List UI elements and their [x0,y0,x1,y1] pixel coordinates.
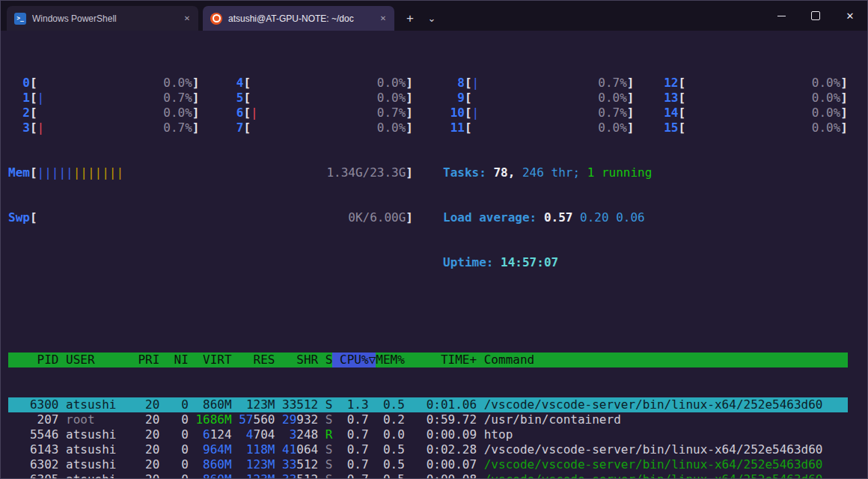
uptime-value: 14:57:07 [501,255,558,269]
cpu-meter-15: 15[0.0%] [657,120,849,135]
cpu-meter-8: 8[|0.7%] [443,76,635,91]
mem-value: 1.34G/23.3G [326,165,406,180]
tab-dropdown-chevron-icon[interactable]: ⌄ [421,6,442,31]
meter-close-bracket: ] [406,210,413,225]
meter-open-bracket: [ [30,165,37,180]
load-1min: 0.57 [544,210,573,225]
meters-right-half: 8[|0.7%]12[0.0%]9[0.0%]13[0.0%]10[|0.7%]… [443,46,848,300]
load-5min: 0.20 [580,210,609,225]
col-mem[interactable]: MEM% [376,353,405,367]
window-controls: ✕ [764,1,867,31]
load-15min: 0.06 [616,210,645,225]
mem-label: Mem [8,165,30,180]
col-res[interactable]: RES [232,353,275,367]
tab-title-wsl: atsushi@AT-GPU-NOTE: ~/doc [228,13,376,24]
swap-label: Swp [8,210,30,225]
load-label: Load average: [443,210,537,225]
col-shr[interactable]: SHR [275,353,318,367]
cpu-meter-5: 5[0.0%] [222,91,414,106]
close-button[interactable]: ✕ [833,1,867,31]
cpu-grid-right: 8[|0.7%]12[0.0%]9[0.0%]13[0.0%]10[|0.7%]… [443,76,848,135]
meter-open-bracket: [ [30,210,37,225]
col-pri[interactable]: PRI [131,353,160,367]
col-ni[interactable]: NI [159,353,189,367]
tab-close-icon[interactable]: ✕ [180,14,194,22]
swap-meter: Swp[0K/6.00G] [8,210,413,225]
tab-powershell[interactable]: >_ Windows PowerShell ✕ [7,6,198,31]
cpu-meter-12: 12[0.0%] [657,76,849,91]
process-row-207[interactable]: 207root2001686M5756029932S0.70.20:59.72/… [8,412,848,427]
process-row-6143[interactable]: 6143atsushi200964M118M41064S0.70.50:02.2… [8,442,848,457]
titlebar[interactable]: >_ Windows PowerShell ✕ atsushi@AT-GPU-N… [1,1,867,31]
process-table: PID USER PRI NI VIRT RES SHR S CPU% ▽ ME… [8,323,848,478]
new-tab-button[interactable]: + [399,6,421,31]
cpu-meter-3: 3[|0.7%] [8,120,200,135]
meters-left-half: 0[0.0%]4[0.0%]1[|0.7%]5[0.0%]2[0.0%]6[|0… [8,46,413,300]
uptime: Uptime: 14:57:07 [443,255,848,270]
load-average: Load average: 0.57 0.20 0.06 [443,210,848,225]
maximize-button[interactable] [798,1,833,31]
col-command[interactable]: Command [477,353,848,367]
mem-ticks: |||||||||||| [37,165,124,180]
cpu-meter-2: 2[0.0%] [8,106,200,120]
terminal-window: >_ Windows PowerShell ✕ atsushi@AT-GPU-N… [0,0,868,479]
minimize-icon [777,16,786,16]
tasks-label: Tasks: [443,165,486,180]
powershell-icon: >_ [14,13,26,25]
process-list: 6300atsushi200860M123M33512S1.30.50:01.0… [8,397,848,478]
cpu-meter-13: 13[0.0%] [657,91,849,106]
cpu-meter-14: 14[0.0%] [657,106,849,120]
col-virt[interactable]: VIRT [189,353,232,367]
cpu-meter-11: 11[0.0%] [443,120,635,135]
process-row-6302[interactable]: 6302atsushi200860M123M33512S0.70.50:00.0… [8,457,848,472]
sort-arrow-icon: ▽ [369,353,376,367]
maximize-icon [811,11,820,20]
cpu-meter-0: 0[0.0%] [8,76,200,91]
tasks-threads: 246 thr; [522,165,580,180]
minimize-button[interactable] [764,1,798,31]
meter-close-bracket: ] [406,165,413,180]
cpu-meter-9: 9[0.0%] [443,91,635,106]
cpu-meter-10: 10[|0.7%] [443,106,635,120]
process-table-header[interactable]: PID USER PRI NI VIRT RES SHR S CPU% ▽ ME… [8,353,848,367]
process-row-5546[interactable]: 5546atsushi200612447043248R0.70.00:00.09… [8,427,848,442]
tasks-summary: Tasks: 78, 246 thr; 1 running [443,165,848,180]
tasks-count: 78, [493,165,515,180]
col-time[interactable]: TIME+ [405,353,477,367]
process-row-6300[interactable]: 6300atsushi200860M123M33512S1.30.50:01.0… [8,397,848,412]
cpu-meter-1: 1[|0.7%] [8,91,200,106]
col-state[interactable]: S [318,353,332,367]
col-user[interactable]: USER [58,353,130,367]
tasks-running: 1 running [587,165,652,180]
col-pid[interactable]: PID [8,353,58,367]
cpu-grid-left: 0[0.0%]4[0.0%]1[|0.7%]5[0.0%]2[0.0%]6[|0… [8,76,413,135]
powershell-icon-glyph: >_ [16,15,24,22]
mem-meter: Mem[||||||||||||1.34G/23.3G] [8,165,413,180]
uptime-label: Uptime: [443,255,493,269]
cpu-meter-7: 7[0.0%] [222,120,414,135]
cpu-meter-6: 6[|0.7%] [222,106,414,120]
tab-close-icon[interactable]: ✕ [376,14,390,22]
tab-title-powershell: Windows PowerShell [32,13,180,24]
tab-wsl-active[interactable]: atsushi@AT-GPU-NOTE: ~/doc ✕ [203,6,394,31]
swap-value: 0K/6.00G [348,210,406,225]
ubuntu-icon [210,13,222,25]
htop-meters: 0[0.0%]4[0.0%]1[|0.7%]5[0.0%]2[0.0%]6[|0… [8,46,848,300]
htop-terminal: 0[0.0%]4[0.0%]1[|0.7%]5[0.0%]2[0.0%]6[|0… [1,31,867,478]
cpu-meter-4: 4[0.0%] [222,76,414,91]
process-row-6305[interactable]: 6305atsushi200860M123M33512S0.70.50:00.0… [8,472,848,478]
col-cpu-sorted[interactable]: CPU% [332,353,368,367]
